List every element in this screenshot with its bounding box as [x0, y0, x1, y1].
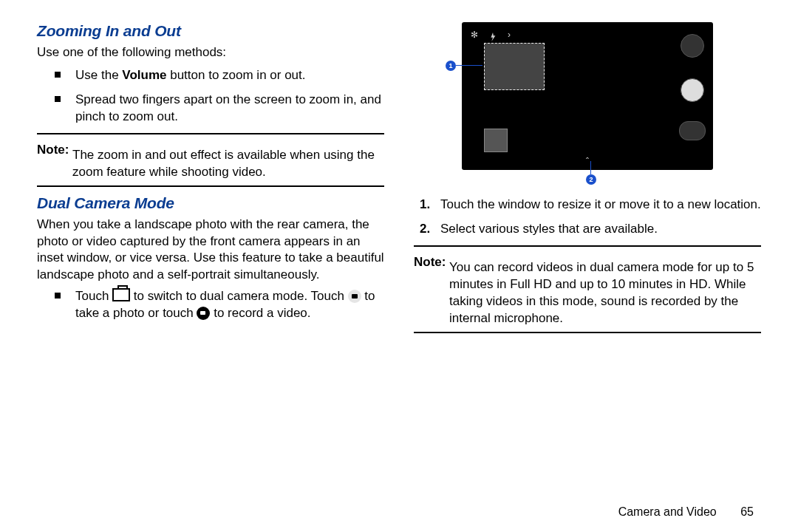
right-column: ✻ › ˆ 1 2 1.Touch the wi: [414, 22, 761, 341]
divider: [414, 245, 761, 247]
zoom-bullet-1: Use the Volume button to zoom in or out.: [55, 67, 384, 84]
heading-zoom: Zooming In and Out: [37, 22, 384, 40]
note-label: Note:: [414, 255, 446, 269]
footer-page: 65: [740, 505, 754, 518]
footer: Camera and Video 65: [618, 505, 754, 519]
record-button: [679, 121, 706, 140]
flash-icon: [488, 31, 497, 40]
divider: [37, 185, 384, 187]
note-label: Note:: [37, 143, 69, 157]
zoom-intro: Use one of the following methods:: [37, 44, 384, 61]
pip-window: [484, 43, 545, 90]
step-2: 2.Select various styles that are availab…: [420, 221, 761, 238]
video-icon: [197, 307, 210, 320]
gallery-thumbnail: [484, 129, 508, 152]
dual-para: When you take a landscape photo with the…: [37, 216, 384, 284]
callout-2: 2: [586, 174, 596, 185]
chevron-right-icon: ›: [508, 30, 511, 40]
mode-button: [681, 34, 704, 58]
zoom-bullet-2: Spread two fingers apart on the screen t…: [55, 92, 384, 126]
callout-1: 1: [446, 61, 456, 71]
divider: [37, 133, 384, 134]
dual-camera-icon: [112, 288, 130, 301]
camera-icon: [348, 290, 361, 303]
zoom-note: The zoom in and out effect is available …: [37, 147, 384, 181]
chevron-up-icon: ˆ: [586, 157, 589, 167]
divider: [414, 332, 761, 333]
left-column: Zooming In and Out Use one of the follow…: [37, 22, 384, 341]
dual-note: You can record videos in dual camera mod…: [414, 259, 761, 327]
gear-icon: ✻: [471, 30, 478, 40]
camera-screenshot: ✻ › ˆ: [462, 22, 713, 170]
step-1: 1.Touch the window to resize it or move …: [420, 197, 761, 214]
shutter-button: [681, 78, 704, 102]
dual-bullet: Touch to switch to dual camera mode. Tou…: [55, 288, 384, 322]
heading-dual: Dual Camera Mode: [37, 194, 384, 212]
footer-section: Camera and Video: [618, 505, 717, 518]
